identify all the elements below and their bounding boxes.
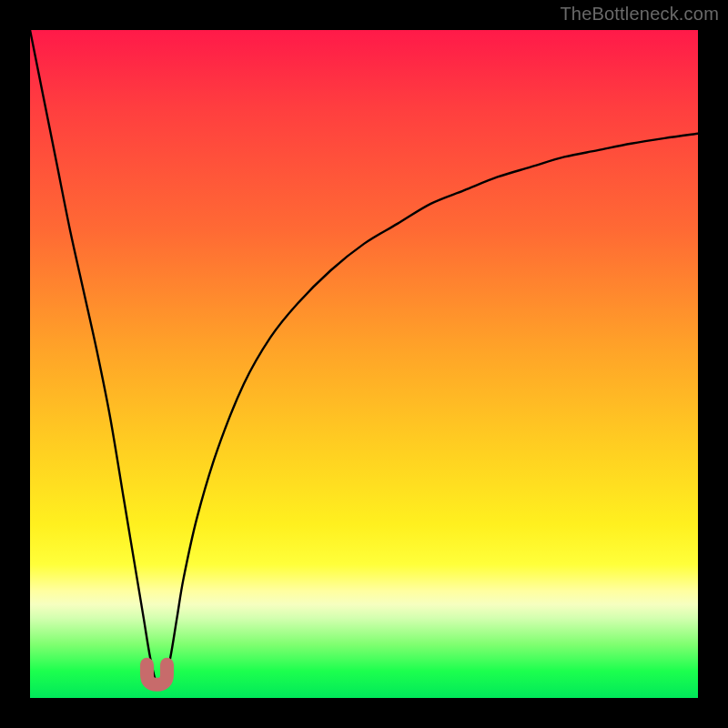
- dip-u-marker: [147, 664, 167, 684]
- chart-frame: TheBottleneck.com: [0, 0, 728, 728]
- chart-plot-area: [30, 30, 698, 698]
- bottleneck-curve: [30, 30, 698, 688]
- watermark-text: TheBottleneck.com: [560, 4, 719, 25]
- chart-svg: [30, 30, 698, 698]
